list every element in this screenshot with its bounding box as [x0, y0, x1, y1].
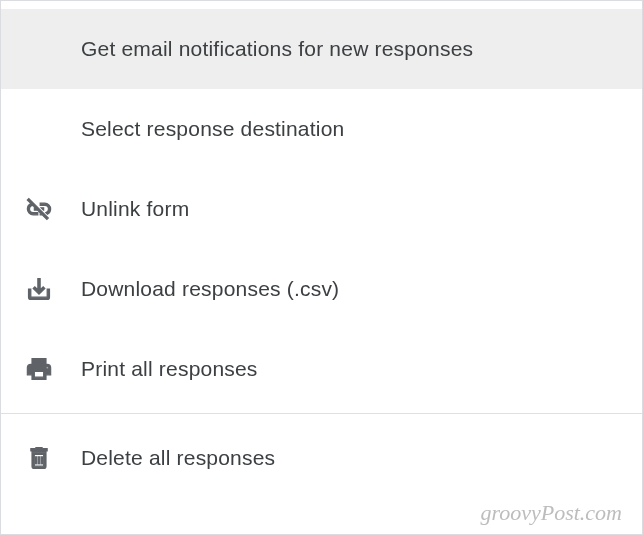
icon-slot [21, 275, 81, 303]
menu-item-label: Get email notifications for new response… [81, 37, 473, 61]
menu-item-label: Print all responses [81, 357, 258, 381]
unlink-icon [25, 195, 53, 223]
icon-slot [21, 444, 81, 472]
menu-item-label: Select response destination [81, 117, 344, 141]
menu-item-label: Unlink form [81, 197, 189, 221]
menu-item-select-destination[interactable]: Select response destination [1, 89, 642, 169]
responses-menu: Get email notifications for new response… [1, 1, 642, 506]
menu-item-unlink-form[interactable]: Unlink form [1, 169, 642, 249]
menu-item-download-csv[interactable]: Download responses (.csv) [1, 249, 642, 329]
print-icon [25, 355, 53, 383]
svg-rect-2 [41, 457, 42, 464]
menu-item-delete-responses[interactable]: Delete all responses [1, 418, 642, 498]
menu-item-print-responses[interactable]: Print all responses [1, 329, 642, 409]
delete-icon [25, 444, 53, 472]
icon-slot [21, 355, 81, 383]
menu-item-email-notifications[interactable]: Get email notifications for new response… [1, 9, 642, 89]
menu-divider [1, 413, 642, 414]
menu-item-label: Delete all responses [81, 446, 275, 470]
svg-rect-0 [36, 457, 37, 464]
download-icon [25, 275, 53, 303]
icon-slot [21, 195, 81, 223]
menu-item-label: Download responses (.csv) [81, 277, 339, 301]
svg-rect-1 [38, 457, 39, 464]
